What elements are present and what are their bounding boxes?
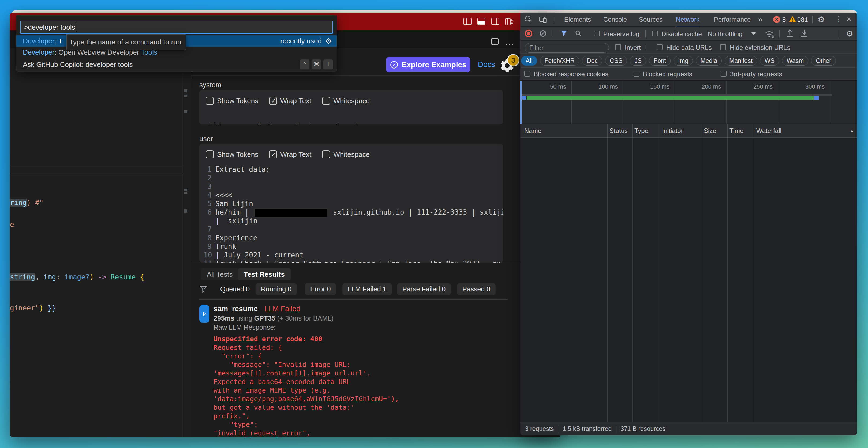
chip-all[interactable]: All	[521, 56, 537, 66]
col-initiator[interactable]: Initiator	[662, 127, 683, 135]
network-overview-timeline[interactable]: 50 ms 100 ms 150 ms 200 ms 250 ms 300 ms	[520, 81, 857, 124]
network-status-bar: 3 requests 1.5 kB transferred 371 B reso…	[520, 422, 857, 436]
chip-manifest[interactable]: Manifest	[725, 56, 757, 66]
show-tokens-checkbox[interactable]	[206, 97, 214, 105]
toggle-panel-left-icon[interactable]	[463, 18, 471, 25]
blocked-requests-checkbox[interactable]	[633, 71, 640, 76]
split-editor-icon[interactable]	[491, 38, 499, 45]
preserve-log-checkbox[interactable]	[594, 31, 600, 36]
network-table-header: Name Status Type Initiator Size Time Wat…	[520, 124, 857, 138]
chip-queued[interactable]: Queued 0	[215, 283, 255, 295]
overview-bar-blue-end	[814, 96, 819, 100]
clear-network-log-icon[interactable]	[539, 30, 547, 37]
network-conditions-icon[interactable]: ⚙	[764, 29, 774, 38]
chip-parse-failed[interactable]: Parse Failed 0	[397, 283, 451, 295]
tab-console[interactable]: Console	[603, 12, 627, 27]
more-tabs-icon[interactable]: »	[758, 12, 763, 27]
code-editor[interactable]: ring) #" e string, img: image?) -> Resum…	[10, 49, 182, 437]
timeline-tick: 300 ms	[805, 83, 825, 90]
hide-extension-urls-checkbox[interactable]	[720, 44, 726, 50]
col-waterfall[interactable]: Waterfall	[756, 127, 781, 135]
whitespace-checkbox[interactable]	[322, 150, 330, 159]
col-time[interactable]: Time	[730, 127, 743, 135]
wrap-text-checkbox[interactable]: ✓	[269, 97, 277, 105]
col-size[interactable]: Size	[704, 127, 716, 135]
sort-arrow-icon[interactable]: ▲	[850, 129, 854, 133]
invert-checkbox[interactable]	[615, 44, 621, 50]
col-status[interactable]: Status	[610, 127, 628, 135]
palette-item[interactable]: Ask GitHub Copilot: developer tools ^ ⌘ …	[16, 59, 337, 70]
blocked-requests-label: Blocked requests	[643, 70, 692, 78]
whitespace-checkbox[interactable]	[322, 97, 330, 105]
col-name[interactable]: Name	[524, 127, 541, 135]
show-tokens-checkbox[interactable]	[206, 150, 214, 159]
record-network-log-icon[interactable]	[525, 30, 532, 37]
palette-gear-icon[interactable]: ⚙	[325, 37, 332, 45]
tab-performance[interactable]: Performance	[714, 12, 751, 27]
chip-other[interactable]: Other	[811, 56, 836, 66]
chip-fetch-xhr[interactable]: Fetch/XHR	[540, 56, 579, 66]
search-icon[interactable]	[575, 30, 582, 37]
col-type[interactable]: Type	[634, 127, 648, 135]
editor-minimap[interactable]	[182, 49, 191, 437]
chip-media[interactable]: Media	[696, 56, 722, 66]
command-input[interactable]: >developer tools	[20, 21, 333, 34]
network-settings-gear-icon[interactable]: ⚙	[846, 29, 853, 38]
run-test-button[interactable]	[199, 305, 210, 323]
import-har-icon[interactable]	[786, 29, 794, 38]
blocked-response-cookies-checkbox[interactable]	[524, 71, 530, 76]
chip-error[interactable]: Error 0	[305, 283, 336, 295]
chip-passed[interactable]: Passed 0	[457, 283, 496, 295]
filter-funnel-icon[interactable]	[199, 284, 207, 294]
devtools-close-icon[interactable]: ×	[846, 15, 851, 24]
chip-js[interactable]: JS	[630, 56, 646, 66]
toggle-panel-right-icon[interactable]	[491, 18, 499, 25]
throttling-select[interactable]: No throttling	[708, 30, 742, 38]
disable-cache-checkbox[interactable]	[652, 31, 658, 36]
resources-size: 371 B resources	[620, 425, 665, 433]
chip-wasm[interactable]: Wasm	[782, 56, 808, 66]
wrap-text-checkbox[interactable]: ✓	[269, 150, 277, 159]
error-line: Unspecified error code: 400	[214, 335, 322, 343]
customize-layout-icon[interactable]	[505, 18, 513, 25]
chip-running[interactable]: Running 0	[255, 283, 297, 295]
editor-more-actions-icon[interactable]: ···	[505, 39, 515, 48]
devtools-settings-gear-icon[interactable]: ⚙	[818, 15, 825, 24]
disable-cache-label: Disable cache	[661, 30, 702, 38]
hide-data-urls-checkbox[interactable]	[657, 44, 662, 50]
vscode-window: ··· ring) #" e string, img: image?) -> R…	[10, 12, 560, 437]
third-party-requests-checkbox[interactable]	[721, 71, 726, 76]
chip-font[interactable]: Font	[649, 56, 671, 66]
chip-img[interactable]: Img	[674, 56, 693, 66]
tab-test-results[interactable]: Test Results	[238, 268, 291, 280]
export-har-icon[interactable]	[800, 29, 808, 38]
error-count: 8	[782, 16, 786, 24]
inspect-element-icon[interactable]	[525, 16, 533, 24]
filter-input[interactable]: Filter	[525, 43, 609, 53]
tab-all-tests[interactable]: All Tests	[201, 268, 239, 280]
prompt-options: Show Tokens ✓Wrap Text Whitespace	[206, 97, 380, 105]
tab-network[interactable]: Network	[676, 12, 700, 27]
chip-llm-failed[interactable]: LLM Failed 1	[342, 283, 392, 295]
filter-icon[interactable]	[560, 30, 567, 37]
user-prompt-line: 3	[204, 182, 215, 191]
chip-css[interactable]: CSS	[605, 56, 627, 66]
toggle-panel-bottom-icon[interactable]	[477, 18, 486, 25]
chip-ws[interactable]: WS	[760, 56, 779, 66]
overview-left-handle[interactable]	[520, 81, 522, 124]
explore-examples-button[interactable]: Explore Examples	[386, 57, 470, 72]
error-badge-icon[interactable]: ×	[773, 16, 780, 23]
test-result-header: sam_resume LLM Failed	[214, 305, 300, 313]
warning-badge-icon[interactable]	[789, 15, 796, 23]
docs-link[interactable]: Docs	[478, 60, 495, 69]
blocked-response-cookies-label: Blocked response cookies	[534, 70, 609, 78]
keyboard-shortcut: ^ ⌘ I	[298, 60, 333, 70]
device-toolbar-icon[interactable]	[539, 16, 547, 24]
tab-elements[interactable]: Elements	[564, 12, 591, 27]
transferred-size: 1.5 kB transferred	[563, 425, 612, 433]
chip-doc[interactable]: Doc	[582, 56, 602, 66]
tab-sources[interactable]: Sources	[639, 12, 662, 27]
devtools-menu-icon[interactable]: ⋮	[835, 15, 842, 24]
error-line: "message": "Invalid image URL:	[214, 360, 351, 369]
throttling-dropdown-arrow[interactable]	[751, 32, 756, 35]
